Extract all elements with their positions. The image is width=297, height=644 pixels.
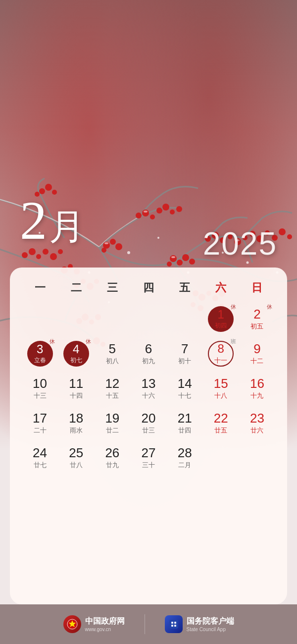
svg-point-31 <box>287 234 292 239</box>
svg-point-14 <box>170 210 175 215</box>
calendar-day: 17二十 <box>22 406 58 440</box>
calendar-day: 10十三 <box>22 372 58 405</box>
footer: 中国政府网 www.gov.cn 国务院客户端 State Council Ap… <box>0 604 297 644</box>
weekday-tue: 二 <box>58 277 94 298</box>
calendar-day: 20廿三 <box>130 406 166 440</box>
svg-point-2 <box>115 243 122 250</box>
year-display: 2025 <box>203 225 277 262</box>
weekday-mon: 一 <box>22 277 58 298</box>
brand-app: 国务院客户端 State Council App <box>165 615 234 633</box>
calendar-day: 21廿四 <box>167 406 203 440</box>
svg-rect-76 <box>169 620 178 629</box>
svg-point-12 <box>156 208 162 214</box>
calendar-day: 22廿五 <box>203 406 239 440</box>
svg-point-30 <box>279 228 286 235</box>
svg-rect-78 <box>174 622 176 624</box>
svg-rect-79 <box>171 625 173 627</box>
svg-point-17 <box>45 184 52 191</box>
svg-point-11 <box>150 215 155 219</box>
svg-point-39 <box>22 252 28 258</box>
gov-icon <box>63 615 81 633</box>
svg-rect-77 <box>171 622 173 624</box>
weekday-wed: 三 <box>94 277 130 298</box>
svg-point-43 <box>50 253 57 260</box>
calendar-day: 16十九 <box>239 372 275 405</box>
weekday-thu: 四 <box>130 277 166 298</box>
calendar-day: 24廿七 <box>22 441 58 475</box>
calendar-day: 15十八 <box>203 372 239 405</box>
svg-point-61 <box>157 237 159 239</box>
calendar-day: 19廿二 <box>94 406 130 440</box>
calendar-day: 休2初五 <box>239 302 275 336</box>
calendar-day <box>94 302 130 336</box>
calendar-day: 6初九 <box>130 337 166 371</box>
svg-point-44 <box>58 249 63 254</box>
calendar-day: 休1初四 <box>203 302 239 336</box>
weekday-sun: 日 <box>239 277 275 298</box>
calendar-card: 一 二 三 四 五 六 日 休1初四休2初五休3立春休4初七5初八6初九7初十班… <box>10 268 287 604</box>
app-name: 国务院客户端 <box>187 616 234 627</box>
calendar-day <box>130 302 166 336</box>
app-icon <box>165 615 183 633</box>
svg-point-9 <box>136 213 142 218</box>
calendar-day <box>58 302 94 336</box>
brand-app-text: 国务院客户端 State Council App <box>187 616 234 632</box>
day-badge: 休 <box>50 338 55 345</box>
calendar-day: 27三十 <box>130 441 166 475</box>
svg-point-41 <box>36 254 41 259</box>
svg-point-8 <box>189 259 195 265</box>
footer-divider <box>145 614 145 634</box>
svg-point-5 <box>177 260 183 266</box>
weekday-fri: 五 <box>167 277 203 298</box>
calendar-day: 9十二 <box>239 337 275 371</box>
calendar-day: 13十六 <box>130 372 166 405</box>
gov-url: www.gov.cn <box>85 627 125 632</box>
svg-point-71 <box>171 256 175 258</box>
gov-name: 中国政府网 <box>85 616 125 627</box>
calendar-day: 7初十 <box>167 337 203 371</box>
calendar-day <box>203 441 239 475</box>
svg-point-7 <box>182 254 189 261</box>
svg-rect-80 <box>174 625 176 627</box>
calendar-day: 25廿八 <box>58 441 94 475</box>
day-badge: 休 <box>86 338 91 345</box>
calendar-day: 休4初七 <box>58 337 94 371</box>
svg-point-13 <box>162 204 169 211</box>
calendar-day: 班8十一 <box>203 337 239 371</box>
app-sub: State Council App <box>187 627 234 632</box>
svg-point-60 <box>127 251 130 254</box>
calendar-day: 12十五 <box>94 372 130 405</box>
calendar-day <box>167 302 203 336</box>
day-badge: 休 <box>267 303 272 311</box>
svg-point-1 <box>110 239 116 245</box>
brand-gov-text: 中国政府网 www.gov.cn <box>85 616 125 632</box>
svg-point-6 <box>167 262 172 267</box>
calendar-day: 26廿九 <box>94 441 130 475</box>
calendar-day: 28二月 <box>167 441 203 475</box>
calendar-day: 11十四 <box>58 372 94 405</box>
calendar-day: 14十七 <box>167 372 203 405</box>
day-badge: 休 <box>231 303 236 311</box>
svg-point-70 <box>104 242 108 244</box>
calendar-day <box>239 441 275 475</box>
calendar-grid: 休1初四休2初五休3立春休4初七5初八6初九7初十班8十一9十二10十三11十四… <box>22 302 275 475</box>
calendar-day <box>22 302 58 336</box>
month-display: 2月 <box>20 193 85 248</box>
calendar-day: 18雨水 <box>58 406 94 440</box>
weekday-sat: 六 <box>203 277 239 298</box>
calendar-day: 休3立春 <box>22 337 58 371</box>
calendar-day: 5初八 <box>94 337 130 371</box>
svg-point-15 <box>176 206 182 212</box>
weekdays-header: 一 二 三 四 五 六 日 <box>22 277 275 298</box>
brand-gov: 中国政府网 www.gov.cn <box>63 615 125 633</box>
calendar-day: 23廿六 <box>239 406 275 440</box>
svg-point-3 <box>101 248 106 253</box>
day-badge: 班 <box>231 338 236 345</box>
svg-point-72 <box>144 211 148 213</box>
